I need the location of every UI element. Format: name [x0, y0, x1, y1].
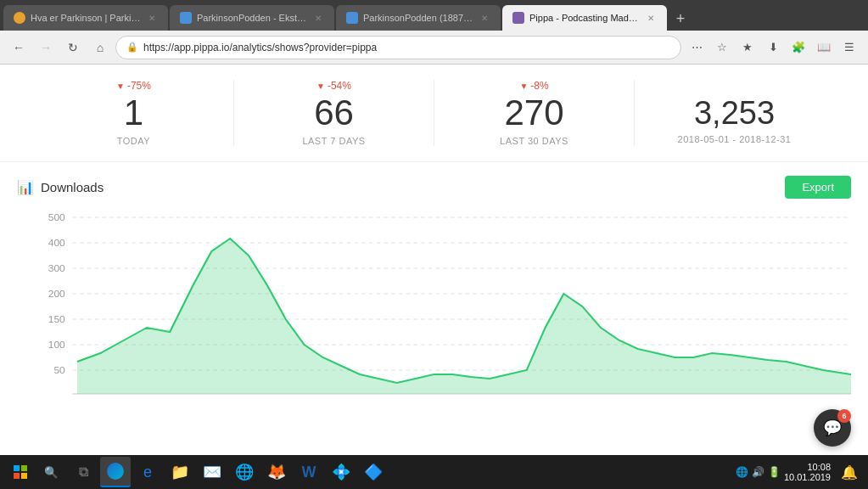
stats-row: ▼ -75% 1 TODAY ▼ -54% 66 LAST 7 DAYS ▼ -…	[0, 65, 868, 162]
extensions-button[interactable]: 🧩	[787, 36, 810, 59]
taskbar: 🔍 ⧉ e 📁 ✉️ 🌐 🦊 W 💠 🔷	[0, 455, 868, 489]
tab-label: ParkinsonPodden - Ekstratiltel...	[197, 13, 307, 23]
svg-text:200: 200	[48, 289, 65, 298]
ssl-lock-icon: 🔒	[126, 42, 138, 53]
down-arrow-icon: ▼	[316, 82, 325, 91]
taskbar-clock[interactable]: 10:08 10.01.2019	[784, 462, 834, 482]
chat-widget[interactable]: 💬 6	[814, 409, 851, 447]
bookmark-star-button[interactable]: ★	[736, 36, 759, 59]
stat-30days: ▼ -8% 270 LAST 30 DAYS	[434, 80, 635, 146]
chat-notification-badge: 6	[837, 409, 851, 423]
svg-text:50: 50	[53, 365, 64, 374]
chrome-icon: 🌐	[235, 463, 254, 481]
browser-window: Hva er Parkinson | Parkispodde... ✕ Park…	[0, 0, 868, 455]
tab-parkinson-podden-extra[interactable]: ParkinsonPodden - Ekstratiltel... ✕	[170, 5, 334, 31]
tab-favicon	[512, 12, 524, 24]
stat-label-today: TODAY	[51, 136, 216, 146]
tab-favicon	[346, 12, 358, 24]
speaker-icon[interactable]: 🔊	[752, 466, 764, 478]
taskbar-app-mail[interactable]: ✉️	[197, 457, 227, 487]
stat-label-30days: LAST 30 DAYS	[451, 136, 617, 146]
stat-value-7days: 66	[251, 95, 417, 131]
word-icon: W	[302, 464, 316, 481]
battery-icon[interactable]: 🔋	[768, 466, 781, 478]
start-button[interactable]	[7, 458, 34, 486]
nav-bar: ← → ↻ ⌂ 🔒 https://app.pippa.io/analytics…	[0, 31, 868, 65]
stat-change-today: ▼ -75%	[51, 80, 216, 92]
address-bar[interactable]: 🔒 https://app.pippa.io/analytics/shows?p…	[115, 36, 681, 59]
svg-text:500: 500	[48, 212, 65, 222]
taskbar-app-firefox[interactable]: 🦊	[261, 457, 292, 487]
windows-icon	[14, 465, 27, 479]
taskbar-app-teams[interactable]: 💠	[326, 457, 356, 487]
stat-change-total	[652, 80, 817, 93]
notifications-button[interactable]: 🔔	[837, 460, 861, 484]
new-tab-button[interactable]: +	[669, 7, 692, 31]
taskbar-app-word[interactable]: W	[294, 457, 324, 487]
tab-pippa[interactable]: Pippa - Podcasting Made Simp... ✕	[502, 5, 667, 31]
svg-text:400: 400	[48, 238, 65, 247]
taskbar-app-task-view[interactable]: ⧉	[68, 457, 98, 487]
edge-icon	[106, 462, 125, 481]
taskbar-app-vscode[interactable]: 🔷	[358, 457, 389, 487]
stat-label-total: 2018-05-01 - 2018-12-31	[652, 134, 817, 144]
reload-button[interactable]: ↻	[61, 36, 85, 59]
tab-parkinson-podden-188718[interactable]: ParkinsonPodden (188718) - E... ✕	[336, 5, 501, 31]
chart-title-group: 📊 Downloads	[17, 179, 104, 195]
tab-favicon	[14, 12, 25, 24]
tab-label: Pippa - Podcasting Made Simp...	[529, 13, 640, 23]
chart-section: 📊 Downloads Export 5	[0, 162, 868, 418]
export-button[interactable]: Export	[785, 176, 851, 199]
taskbar-app-ie[interactable]: e	[132, 457, 163, 487]
tab-label: Hva er Parkinson | Parkispodde...	[31, 13, 141, 23]
chart-container: 500 400 300 200 150 100 50	[17, 209, 851, 404]
chart-header: 📊 Downloads Export	[17, 176, 851, 199]
tab-bar: Hva er Parkinson | Parkispodde... ✕ Park…	[0, 0, 868, 31]
tab-close-btn[interactable]: ✕	[312, 12, 324, 24]
tab-close-btn[interactable]: ✕	[146, 12, 158, 24]
url-text: https://app.pippa.io/analytics/shows?pro…	[143, 42, 377, 53]
stat-change-30days: ▼ -8%	[451, 80, 617, 92]
forward-button[interactable]: →	[34, 36, 58, 59]
home-button[interactable]: ⌂	[88, 36, 112, 59]
stat-today: ▼ -75% 1 TODAY	[34, 80, 234, 146]
page-content: ▼ -75% 1 TODAY ▼ -54% 66 LAST 7 DAYS ▼ -…	[0, 65, 868, 455]
clock-time: 10:08	[807, 462, 831, 472]
firefox-icon: 🦊	[267, 463, 286, 481]
menu-button[interactable]: ☰	[837, 36, 861, 59]
mail-icon: ✉️	[203, 463, 221, 481]
clock-date: 10.01.2019	[784, 472, 831, 482]
network-icon[interactable]: 🌐	[736, 466, 748, 478]
stat-change-7days: ▼ -54%	[251, 80, 417, 92]
back-button[interactable]: ←	[7, 36, 31, 59]
stat-value-30days: 270	[451, 95, 617, 131]
tab-label: ParkinsonPodden (188718) - E...	[363, 13, 473, 23]
search-button[interactable]: 🔍	[37, 458, 64, 486]
chart-title-text: Downloads	[41, 180, 104, 194]
taskbar-app-edge[interactable]	[100, 457, 131, 487]
download-button[interactable]: ⬇	[761, 36, 785, 59]
vscode-icon: 🔷	[364, 463, 383, 481]
teams-icon: 💠	[332, 463, 350, 481]
stat-total: 3,253 2018-05-01 - 2018-12-31	[635, 80, 834, 146]
more-tools-button[interactable]: ⋯	[685, 36, 708, 59]
bookmark-button[interactable]: ☆	[710, 36, 734, 59]
nav-actions: ⋯ ☆ ★ ⬇ 🧩 📖 ☰	[685, 36, 861, 59]
tab-hva-er-parkinson[interactable]: Hva er Parkinson | Parkispodde... ✕	[3, 5, 168, 31]
tab-close-btn[interactable]: ✕	[479, 12, 490, 24]
task-view-icon: ⧉	[79, 464, 88, 480]
svg-text:150: 150	[48, 314, 65, 323]
down-arrow-icon: ▼	[519, 82, 528, 91]
taskbar-app-explorer[interactable]: 📁	[165, 457, 195, 487]
search-icon: 🔍	[44, 466, 59, 479]
stat-value-total: 3,253	[652, 97, 817, 129]
taskbar-app-chrome[interactable]: 🌐	[229, 457, 260, 487]
tab-close-btn[interactable]: ✕	[645, 12, 657, 24]
svg-text:300: 300	[48, 263, 65, 273]
explorer-icon: 📁	[171, 463, 189, 481]
down-arrow-icon: ▼	[116, 82, 125, 91]
stat-7days: ▼ -54% 66 LAST 7 DAYS	[234, 80, 434, 146]
bar-chart-icon: 📊	[17, 179, 34, 195]
reader-view-button[interactable]: 📖	[812, 36, 836, 59]
tab-favicon	[180, 12, 192, 24]
